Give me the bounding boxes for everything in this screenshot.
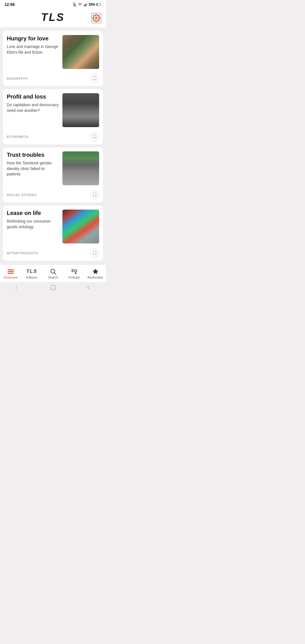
- article-card-3[interactable]: Trust troubles How the Tavistock gender …: [3, 147, 103, 203]
- svg-line-10: [54, 273, 56, 275]
- status-bar: 12:59 16%: [0, 0, 106, 8]
- bookmark-icon: [93, 193, 97, 197]
- card-image: [62, 93, 99, 127]
- card-main: Profit and loss Do capitalism and democr…: [3, 89, 103, 130]
- svg-rect-4: [86, 4, 86, 6]
- svg-marker-15: [93, 269, 98, 274]
- card-category: AFTERTHOUGHTS: [7, 251, 38, 255]
- editions-icon: TLS: [28, 268, 36, 275]
- card-title: Profit and loss: [7, 93, 59, 100]
- card-footer: AFTERTHOUGHTS: [3, 246, 103, 261]
- nav-label-search: Search: [48, 276, 58, 279]
- card-text: Profit and loss Do capitalism and democr…: [7, 93, 59, 127]
- search-icon: [49, 268, 57, 275]
- bookmarks-icon: [92, 268, 99, 275]
- showcase-icon: [7, 268, 14, 275]
- card-subtitle: How the Tavistock gender identity clinic…: [7, 160, 59, 177]
- bookmark-button[interactable]: [90, 132, 99, 141]
- card-footer: SOCIAL STUDIES: [3, 188, 103, 203]
- card-category: SOCIAL STUDIES: [7, 193, 37, 197]
- card-image: [62, 151, 99, 185]
- status-icons: 16%: [73, 3, 101, 6]
- card-subtitle: Do capitalism and democracy need one ano…: [7, 102, 59, 113]
- nav-label-showcase: Showcase: [3, 276, 18, 279]
- nav-label-bookmarks: Bookmarks: [88, 276, 103, 279]
- svg-rect-3: [85, 4, 85, 6]
- nav-item-editions[interactable]: TLS Editions: [21, 267, 42, 280]
- svg-point-14: [75, 270, 77, 272]
- svg-rect-5: [87, 3, 87, 6]
- podcast-icon: [71, 268, 78, 275]
- nav-item-showcase[interactable]: Showcase: [0, 267, 21, 280]
- bottom-nav: Showcase TLS Editions Search Po: [0, 264, 106, 282]
- nav-item-bookmarks[interactable]: Bookmarks: [85, 267, 106, 280]
- article-card-2[interactable]: Profit and loss Do capitalism and democr…: [3, 89, 103, 145]
- bookmark-button[interactable]: [90, 74, 99, 83]
- battery-text: 16%: [88, 3, 95, 6]
- card-subtitle: Rethinking our consumer goods ontology: [7, 219, 59, 230]
- card-footer: ECONOMICS: [3, 130, 103, 145]
- card-main: Hungry for love Love and marriage in Geo…: [3, 31, 103, 72]
- card-main: Trust troubles How the Tavistock gender …: [3, 147, 103, 188]
- article-card-1[interactable]: Hungry for love Love and marriage in Geo…: [3, 31, 103, 86]
- bookmark-icon: [93, 251, 97, 255]
- app-logo: TLS: [41, 11, 65, 23]
- card-category: ECONOMICS: [7, 135, 29, 138]
- app-header: TLS: [0, 8, 106, 28]
- signal-icon: [83, 3, 87, 6]
- nav-item-search[interactable]: Search: [42, 267, 64, 280]
- bookmark-button[interactable]: [90, 190, 99, 199]
- svg-rect-7: [97, 4, 97, 5]
- home-button[interactable]: [50, 285, 56, 290]
- card-text: Hungry for love Love and marriage in Geo…: [7, 35, 59, 69]
- svg-point-1: [80, 6, 80, 6]
- back-button[interactable]: [86, 285, 91, 290]
- card-main: Lease on life Rethinking our consumer go…: [3, 206, 103, 246]
- card-category: BIOGRAPHY: [7, 77, 28, 80]
- nav-label-editions: Editions: [26, 276, 37, 279]
- bookmark-icon: [93, 134, 97, 139]
- svg-rect-2: [84, 5, 84, 6]
- card-title: Hungry for love: [7, 35, 59, 42]
- card-footer: BIOGRAPHY: [3, 72, 103, 86]
- svg-rect-19: [51, 286, 55, 290]
- mute-icon: [73, 3, 77, 6]
- gear-icon: [92, 14, 100, 22]
- card-image: [62, 210, 99, 243]
- card-image: [62, 35, 99, 69]
- content-area: Hungry for love Love and marriage in Geo…: [0, 28, 106, 264]
- nav-item-podcast[interactable]: Podcast: [64, 267, 85, 280]
- card-text: Lease on life Rethinking our consumer go…: [7, 210, 59, 243]
- recent-apps-button[interactable]: [15, 285, 21, 290]
- card-title: Lease on life: [7, 210, 59, 216]
- wifi-icon: [78, 3, 82, 6]
- status-time: 12:59: [5, 2, 15, 7]
- card-title: Trust troubles: [7, 151, 59, 158]
- card-text: Trust troubles How the Tavistock gender …: [7, 151, 59, 185]
- article-card-4[interactable]: Lease on life Rethinking our consumer go…: [3, 206, 103, 261]
- system-nav-bar: [0, 282, 106, 294]
- svg-point-8: [95, 17, 97, 19]
- settings-button[interactable]: [91, 13, 101, 23]
- nav-label-podcast: Podcast: [69, 276, 80, 279]
- bookmark-icon: [93, 76, 97, 81]
- bookmark-button[interactable]: [90, 249, 99, 258]
- card-subtitle: Love and marriage in George Eliot's life…: [7, 44, 59, 55]
- battery-icon: [96, 3, 101, 6]
